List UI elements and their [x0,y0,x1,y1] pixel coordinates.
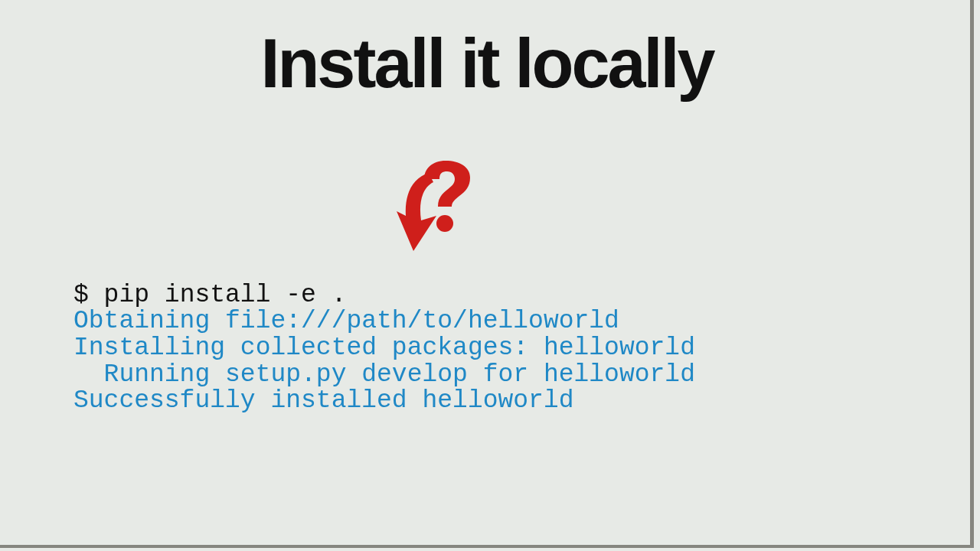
terminal-block: $ pip install -e . Obtaining file:///pat… [74,256,695,441]
command: pip install -e . [104,281,347,309]
output-line-4: Successfully installed helloworld [74,386,574,415]
slide-title: Install it locally [0,24,974,103]
svg-point-0 [436,215,453,232]
output-line-3: Running setup.py develop for helloworld [74,360,695,389]
output-line-2: Installing collected packages: helloworl… [74,334,695,362]
prompt: $ [74,281,104,309]
question-arrow-icon [390,161,498,260]
output-line-1: Obtaining file:///path/to/helloworld [74,307,619,335]
slide: Install it locally $ pip install -e . Ob… [0,0,974,548]
